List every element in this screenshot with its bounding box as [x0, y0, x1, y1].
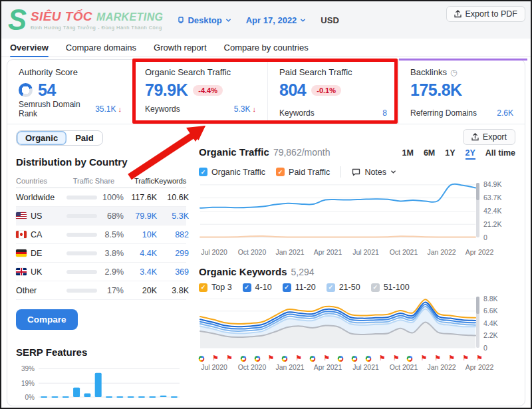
google-update-marker[interactable] [407, 356, 413, 362]
table-row[interactable]: Worldwide100%117.6K10.6K [16, 188, 186, 207]
legend-51-100[interactable]: ✓51-100 [371, 283, 410, 292]
keywords-value[interactable]: 299 [157, 249, 189, 258]
table-row[interactable]: UK2.9%3.4K369 [16, 263, 186, 281]
currency-selector[interactable]: USD [321, 15, 338, 25]
legend-top-3[interactable]: ✓Top 3 [199, 283, 232, 292]
organic-traffic-chart[interactable]: 021.2K42.4K63.7K84.9K Jul 2020Oct 2020Ja… [199, 179, 515, 257]
legend-organic-traffic[interactable]: ✓Organic Traffic [199, 168, 265, 177]
chevron-down-icon [225, 17, 231, 23]
export-to-pdf-button[interactable]: Export to PDF [446, 6, 526, 22]
keywords-value[interactable]: 882 [157, 230, 189, 239]
google-update-marker[interactable] [240, 356, 246, 362]
legend-label: 21-50 [339, 283, 360, 292]
paid-traffic-change-badge: -0.1% [311, 85, 341, 96]
table-row[interactable]: CA8.5%10K882 [16, 225, 186, 244]
checkbox-icon[interactable]: ✓ [199, 283, 207, 292]
range-1m[interactable]: 1M [402, 148, 414, 160]
note-flag-marker[interactable]: ⚑ [268, 354, 275, 362]
range-6m[interactable]: 6M [424, 148, 435, 160]
device-icon [178, 17, 184, 23]
country-table: CountriesTraffic ShareTrafficKeywordsWor… [16, 174, 186, 300]
traffic-value[interactable]: 10K [124, 230, 157, 239]
referring-domains-value[interactable]: 2.6K [497, 108, 513, 118]
table-row[interactable]: Other17%20K3.8K [16, 281, 186, 300]
brand-word-2: MARKETING [96, 11, 163, 23]
google-update-marker[interactable] [310, 356, 316, 362]
divider [340, 166, 341, 178]
traffic-value[interactable]: 79.9K [124, 211, 157, 221]
tab-growth-report[interactable]: Growth report [154, 39, 206, 57]
x-tick-label: Jul 2021 [352, 248, 379, 256]
tab-compare-by-countries[interactable]: Compare by countries [224, 39, 309, 57]
checkbox-icon[interactable]: ✓ [371, 283, 380, 292]
checkbox-icon[interactable]: ✓ [243, 283, 251, 292]
notes-dropdown[interactable]: Notes [352, 168, 396, 177]
notes-icon [352, 168, 360, 176]
share-bar [66, 214, 97, 218]
note-flag-marker[interactable]: ⚑ [212, 354, 219, 362]
tab-overview[interactable]: Overview [10, 39, 49, 57]
domain-rank-label: Semrush Domain Rank [19, 100, 95, 118]
keywords-value[interactable]: 5.3K [157, 211, 189, 221]
column-header: Keywords [154, 177, 186, 185]
traffic-value[interactable]: 4.4K [124, 249, 157, 258]
segment-organic[interactable]: Organic [17, 131, 66, 145]
note-flag-marker[interactable]: ⚑ [323, 354, 330, 362]
google-update-marker[interactable] [365, 356, 371, 362]
note-flag-marker[interactable]: ⚑ [448, 354, 455, 362]
segment-paid[interactable]: Paid [66, 131, 102, 145]
date-selector[interactable]: Apr 17, 2022 [246, 15, 307, 25]
note-flag-marker[interactable]: ⚑ [476, 354, 483, 362]
legend-11-20[interactable]: ✓11-20 [283, 283, 316, 292]
share-percent: 17% [101, 286, 124, 295]
traffic-value[interactable]: 3.4K [124, 267, 157, 277]
google-update-marker[interactable] [282, 356, 288, 362]
paid-traffic-value[interactable]: 804 [279, 80, 306, 100]
legend-paid-traffic[interactable]: ✓Paid Traffic [276, 168, 330, 177]
checkbox-icon[interactable]: ✓ [199, 168, 207, 176]
google-update-marker[interactable] [338, 356, 344, 362]
table-row[interactable]: DE3.8%4.4K299 [16, 244, 186, 263]
paid-keywords-value[interactable]: 8 [382, 108, 387, 118]
note-flag-marker[interactable]: ⚑ [434, 354, 441, 362]
note-flag-marker[interactable]: ⚑ [295, 354, 302, 362]
note-flag-marker[interactable]: ⚑ [420, 354, 427, 362]
domain-rank-value[interactable]: 35.1K [95, 104, 116, 114]
share-percent: 100% [101, 193, 124, 202]
device-selector[interactable]: Desktop [178, 15, 231, 25]
note-flag-marker[interactable]: ⚑ [462, 354, 469, 362]
serp-features-chart: 0%19%39% [16, 364, 182, 405]
checkbox-icon[interactable]: ✓ [327, 283, 335, 292]
legend-21-50[interactable]: ✓21-50 [327, 283, 360, 292]
range-2y[interactable]: 2Y [466, 148, 475, 160]
compare-button[interactable]: Compare [16, 309, 78, 330]
google-update-marker[interactable] [254, 356, 260, 362]
country-cell: US [16, 211, 66, 221]
authority-score-title: Authority Score [19, 67, 122, 77]
backlinks-value[interactable]: 175.8K [410, 80, 462, 100]
note-flag-marker[interactable]: ⚑ [226, 354, 233, 362]
organic-keywords-chart[interactable]: 02.2K4.4K6.6K8.8K ⚑⚑⚑⚑⚑⚑⚑⚑⚑⚑⚑⚑ Jul 2020O… [199, 293, 515, 372]
organic-traffic-value[interactable]: 79.9K [145, 80, 188, 100]
export-icon [471, 133, 479, 141]
google-update-marker[interactable] [199, 356, 205, 362]
tab-compare-domains[interactable]: Compare domains [66, 39, 136, 57]
keywords-value[interactable]: 369 [157, 267, 189, 277]
range-all-time[interactable]: All time [485, 148, 515, 160]
legend-4-10[interactable]: ✓4-10 [243, 283, 272, 292]
range-1y[interactable]: 1Y [445, 148, 455, 160]
svg-text:84.9K: 84.9K [483, 180, 501, 188]
column-header: Traffic Share [66, 177, 121, 185]
traffic-share-cell: 3.8% [66, 249, 124, 258]
country-name: Other [16, 286, 37, 295]
legend-label: 11-20 [295, 283, 316, 292]
note-flag-marker[interactable]: ⚑ [393, 354, 400, 362]
checkbox-icon[interactable]: ✓ [283, 283, 291, 292]
organic-keywords-value[interactable]: 5.3K [234, 104, 251, 114]
checkbox-icon[interactable]: ✓ [276, 168, 285, 176]
table-row[interactable]: US68%79.9K5.3K [16, 207, 186, 225]
note-flag-marker[interactable]: ⚑ [379, 354, 386, 362]
google-update-marker[interactable] [351, 356, 357, 362]
export-button[interactable]: Export [463, 129, 515, 145]
svg-text:6.6K: 6.6K [483, 307, 498, 315]
